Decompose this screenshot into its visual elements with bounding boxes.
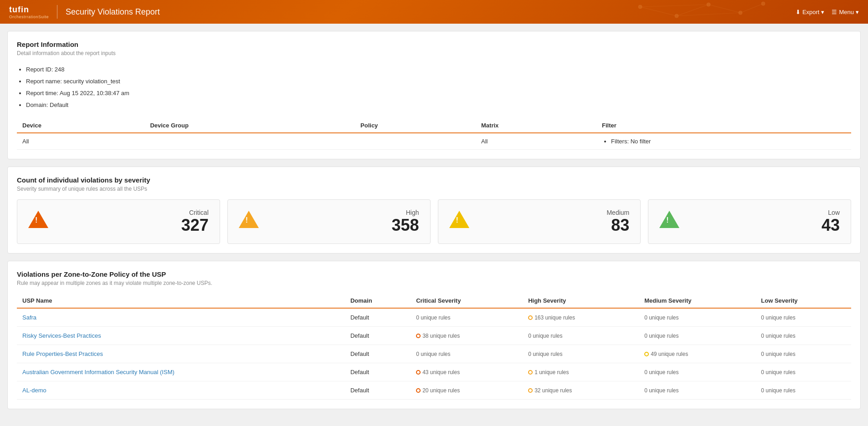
unique-rules: 0 unique rules (761, 369, 795, 375)
header-actions: ⬇ Export ▾ ☰ Menu ▾ (796, 9, 859, 15)
unique-rules: 0 unique rules (644, 314, 678, 321)
table-row: Australian Government Information Securi… (17, 363, 851, 381)
cell-usp-name[interactable]: Rule Properties-Best Practices (17, 345, 345, 363)
col-medium-severity: Medium Severity (639, 294, 755, 308)
critical-dot-icon (416, 370, 421, 375)
severity-info-critical: Critical 327 (57, 209, 209, 234)
cell-high: 0 unique rules (523, 345, 639, 363)
critical-triangle-icon (28, 211, 48, 232)
chevron-down-icon-menu: ▾ (856, 9, 859, 15)
severity-subtitle: Severity summary of unique rules across … (17, 186, 851, 192)
unique-rules: 0 unique rules (644, 387, 678, 394)
unique-rules: 0 unique rules (761, 314, 795, 321)
severity-count-high: 358 (391, 216, 419, 234)
cell-low: 0 unique rules (755, 326, 851, 345)
severity-label-critical: Critical (189, 209, 209, 216)
cell-critical: 20 unique rules (411, 381, 523, 399)
cell-usp-name[interactable]: Risky Services-Best Practices (17, 326, 345, 345)
critical-dot-icon (416, 388, 421, 393)
logo-text: tufin (9, 5, 49, 15)
logo-sub: OrchestrrationSuite (9, 15, 49, 19)
list-item: Report ID: 248 (26, 64, 851, 76)
table-row: Risky Services-Best Practices Default 38… (17, 326, 851, 345)
cell-policy (355, 133, 476, 150)
cell-domain: Default (345, 363, 411, 381)
unique-rules: 163 unique rules (534, 314, 575, 321)
usp-name-link[interactable]: Rule Properties-Best Practices (22, 350, 103, 357)
list-item: Domain: Default (26, 99, 851, 111)
list-item: Report name: security violation_test (26, 76, 851, 87)
col-device-group: Device Group (144, 118, 355, 133)
menu-button[interactable]: ☰ Menu ▾ (832, 9, 859, 15)
report-information-card: Report Information Detail information ab… (7, 31, 861, 159)
svg-line-8 (740, 4, 763, 13)
high-dot-icon (528, 315, 533, 320)
high-triangle-icon (239, 211, 259, 232)
download-icon: ⬇ (796, 9, 801, 15)
severity-card-medium: Medium 83 (438, 199, 641, 244)
severity-card-high: High 358 (227, 199, 431, 244)
col-filter: Filter (596, 118, 851, 133)
header: tufin OrchestrrationSuite Security Viola… (0, 0, 868, 24)
severity-cards-row: Critical 327 High 358 Medium (17, 199, 851, 244)
unique-rules: 49 unique rules (651, 351, 688, 357)
cell-medium: 0 unique rules (639, 326, 755, 345)
severity-title: Count of individual violations by severi… (17, 176, 851, 184)
cell-low: 0 unique rules (755, 345, 851, 363)
cell-low: 0 unique rules (755, 363, 851, 381)
col-domain: Domain (345, 294, 411, 308)
usp-name-link[interactable]: Australian Government Information Securi… (22, 369, 175, 375)
unique-rules: 0 unique rules (416, 314, 450, 321)
cell-device: All (17, 133, 144, 150)
cell-medium: 0 unique rules (639, 381, 755, 399)
cell-critical: 43 unique rules (411, 363, 523, 381)
unique-rules: 0 unique rules (761, 351, 795, 357)
usp-name-link[interactable]: Safra (22, 314, 36, 321)
report-filter-table: Device Device Group Policy Matrix Filter… (17, 118, 851, 150)
severity-info-high: High 358 (268, 209, 419, 234)
cell-critical: 0 unique rules (411, 308, 523, 327)
cell-low: 0 unique rules (755, 381, 851, 399)
col-usp-name: USP Name (17, 294, 345, 308)
severity-info-low: Low 43 (688, 209, 840, 234)
logo: tufin OrchestrrationSuite (9, 5, 49, 19)
report-info-title: Report Information (17, 41, 851, 48)
cell-usp-name[interactable]: Safra (17, 308, 345, 327)
svg-line-10 (677, 13, 740, 16)
unique-rules: 0 unique rules (644, 369, 678, 375)
cell-matrix: All (476, 133, 596, 150)
unique-rules: 0 unique rules (644, 333, 678, 339)
cell-high: 1 unique rules (523, 363, 639, 381)
severity-label-medium: Medium (606, 209, 629, 216)
cell-high: 0 unique rules (523, 326, 639, 345)
severity-card-critical: Critical 327 (17, 199, 220, 244)
cell-domain: Default (345, 308, 411, 327)
usp-name-link[interactable]: Risky Services-Best Practices (22, 332, 101, 339)
filter-value: Filters: No filter (611, 138, 846, 145)
cell-usp-name[interactable]: Australian Government Information Securi… (17, 363, 345, 381)
table-row: All All Filters: No filter (17, 133, 851, 150)
cell-device-group (144, 133, 355, 150)
table-row: AL-demo Default 20 unique rules 32 uniqu… (17, 381, 851, 399)
unique-rules: 0 unique rules (761, 333, 795, 339)
cell-medium: 0 unique rules (639, 363, 755, 381)
col-device: Device (17, 118, 144, 133)
usp-name-link[interactable]: AL-demo (22, 387, 46, 394)
report-info-subtitle: Detail information about the report inpu… (17, 50, 851, 56)
unique-rules: 38 unique rules (422, 333, 460, 339)
cell-usp-name[interactable]: AL-demo (17, 381, 345, 399)
severity-count-medium: 83 (611, 216, 629, 234)
medium-dot-icon (644, 352, 649, 356)
export-button[interactable]: ⬇ Export ▾ (796, 9, 825, 15)
cell-critical: 38 unique rules (411, 326, 523, 345)
unique-rules: 20 unique rules (422, 387, 460, 394)
svg-line-9 (640, 5, 709, 7)
main-content: Report Information Detail information ab… (0, 24, 868, 416)
unique-rules: 0 unique rules (761, 387, 795, 394)
unique-rules: 0 unique rules (528, 333, 562, 339)
violations-card: Violations per Zone-to-Zone Policy of th… (7, 261, 861, 409)
unique-rules: 0 unique rules (416, 351, 450, 357)
cell-low: 0 unique rules (755, 308, 851, 327)
col-policy: Policy (355, 118, 476, 133)
severity-count-card: Count of individual violations by severi… (7, 167, 861, 254)
